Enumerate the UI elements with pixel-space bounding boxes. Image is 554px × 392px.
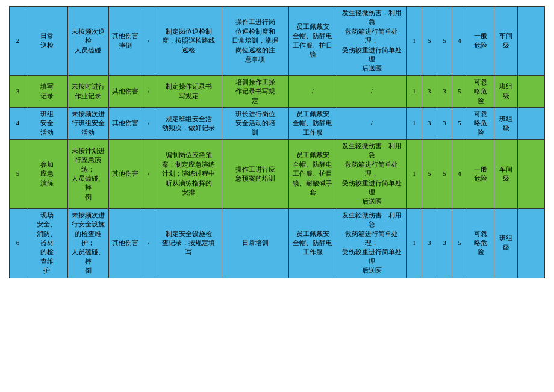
control-measure: 规定班组安全活 动频次，做好记录 [155, 107, 222, 139]
slash-col: / [142, 75, 155, 107]
l-value: 1 [406, 75, 422, 107]
training-measure: 操作工进行岗 位巡检制度和 日常培训，掌握 岗位巡检的注 意事项 [222, 7, 288, 76]
extra-col [517, 208, 544, 278]
l-value: 1 [406, 107, 422, 139]
c-value: 3 [437, 208, 452, 278]
c-value: 5 [437, 140, 452, 209]
management-level: 班组 级 [494, 107, 517, 139]
danger-desc: 未按频次进 行安全设施 的检查维护； 人员磕碰、摔 倒 [67, 208, 108, 278]
main-page: 2日常 巡检未按频次巡 检 人员磕碰其他伤害 摔倒/制定岗位巡检制 度，按照巡检… [0, 0, 554, 392]
training-measure: 日常培训 [222, 208, 288, 278]
row-num: 3 [10, 75, 26, 107]
risk-table: 2日常 巡检未按频次巡 检 人员磕碰其他伤害 摔倒/制定岗位巡检制 度，按照巡检… [9, 6, 545, 278]
injury-type: 其他伤害 [108, 107, 142, 139]
emergency-measure: / [337, 75, 406, 107]
c-value: 3 [437, 75, 452, 107]
control-measure: 制定操作记录书 写规定 [155, 75, 222, 107]
e-value: 3 [422, 208, 437, 278]
e-value: 5 [422, 7, 437, 76]
table-row: 5参加 应急 演练未按计划进 行应急演练； 人员磕碰、摔 倒其他伤害/编制岗位应… [10, 140, 545, 209]
d-value: 4 [452, 7, 467, 76]
risk-level: 可忽 略危 险 [467, 208, 494, 278]
extra-col [517, 75, 544, 107]
risk-level: 一般 危险 [467, 7, 494, 76]
ppe-measure: 员工佩戴安 全帽、防静电 工作服、护日 镜 [288, 7, 337, 76]
e-value: 3 [422, 107, 437, 139]
slash-col: / [142, 107, 155, 139]
slash-col: / [142, 7, 155, 76]
slash-col: / [142, 140, 155, 209]
ppe-measure: 员工佩戴安 全帽、防静电 工作服、护目 镜、耐酸碱手 套 [288, 140, 337, 209]
work-type: 现场 安全、 消防、 器材 的检 查维 护 [26, 208, 67, 278]
row-num: 2 [10, 7, 26, 76]
risk-level: 一般 危险 [467, 140, 494, 209]
management-level: 车间 级 [494, 7, 517, 76]
danger-desc: 未按时进行 作业记录 [67, 75, 108, 107]
extra-col [517, 7, 544, 76]
danger-desc: 未按频次进 行班组安全 活动 [67, 107, 108, 139]
control-measure: 制定岗位巡检制 度，按照巡检路线 巡检 [155, 7, 222, 76]
e-value: 3 [422, 75, 437, 107]
work-type: 参加 应急 演练 [26, 140, 67, 209]
control-measure: 制定安全设施检 查记录，按规定填 写 [155, 208, 222, 278]
d-value: 5 [452, 208, 467, 278]
training-measure: 培训操作工操 作记录书写规 定 [222, 75, 288, 107]
c-value: 3 [437, 107, 452, 139]
management-level: 班组 级 [494, 208, 517, 278]
d-value: 5 [452, 75, 467, 107]
training-measure: 操作工进行应 急预案的培训 [222, 140, 288, 209]
table-row: 6现场 安全、 消防、 器材 的检 查维 护未按频次进 行安全设施 的检查维护；… [10, 208, 545, 278]
management-level: 班组 级 [494, 75, 517, 107]
work-type: 填写 记录 [26, 75, 67, 107]
row-num: 5 [10, 140, 26, 209]
ppe-measure: 员工佩戴安 全帽、防静电 工作服 [288, 208, 337, 278]
emergency-measure: 发生轻微伤害，利用急 救药箱进行简单处理， 受伤较重进行简单处理 后送医 [337, 208, 406, 278]
extra-col [517, 107, 544, 139]
c-value: 5 [437, 7, 452, 76]
table-row: 3填写 记录未按时进行 作业记录其他伤害/制定操作记录书 写规定培训操作工操 作… [10, 75, 545, 107]
row-num: 6 [10, 208, 26, 278]
injury-type: 其他伤害 [108, 208, 142, 278]
slash-col: / [142, 208, 155, 278]
d-value: 4 [452, 140, 467, 209]
table-row: 4班组 安全 活动未按频次进 行班组安全 活动其他伤害/规定班组安全活 动频次，… [10, 107, 545, 139]
d-value: 5 [452, 107, 467, 139]
injury-type: 其他伤害 摔倒 [108, 7, 142, 76]
e-value: 5 [422, 140, 437, 209]
work-type: 班组 安全 活动 [26, 107, 67, 139]
l-value: 1 [406, 208, 422, 278]
risk-level: 可忽 略危 险 [467, 107, 494, 139]
ppe-measure: / [288, 75, 337, 107]
training-measure: 班长进行岗位 安全活动的培 训 [222, 107, 288, 139]
work-type: 日常 巡检 [26, 7, 67, 76]
table-row: 2日常 巡检未按频次巡 检 人员磕碰其他伤害 摔倒/制定岗位巡检制 度，按照巡检… [10, 7, 545, 76]
danger-desc: 未按频次巡 检 人员磕碰 [67, 7, 108, 76]
injury-type: 其他伤害 [108, 140, 142, 209]
risk-level: 可忽 略危 险 [467, 75, 494, 107]
emergency-measure: 发生轻微伤害，利用急 救药箱进行简单处理， 受伤较重进行简单处理 后送医 [337, 7, 406, 76]
extra-col [517, 140, 544, 209]
row-num: 4 [10, 107, 26, 139]
ppe-measure: 员工佩戴安 全帽、防静电 工作服 [288, 107, 337, 139]
danger-desc: 未按计划进 行应急演练； 人员磕碰、摔 倒 [67, 140, 108, 209]
injury-type: 其他伤害 [108, 75, 142, 107]
control-measure: 编制岗位应急预 案；制定应急演练 计划；演练过程中 听从演练指挥的 安排 [155, 140, 222, 209]
l-value: 1 [406, 140, 422, 209]
l-value: 1 [406, 7, 422, 76]
emergency-measure: 发生轻微伤害，利用急 救药箱进行简单处理， 受伤较重进行简单处理 后送医 [337, 140, 406, 209]
management-level: 车间 级 [494, 140, 517, 209]
emergency-measure: / [337, 107, 406, 139]
